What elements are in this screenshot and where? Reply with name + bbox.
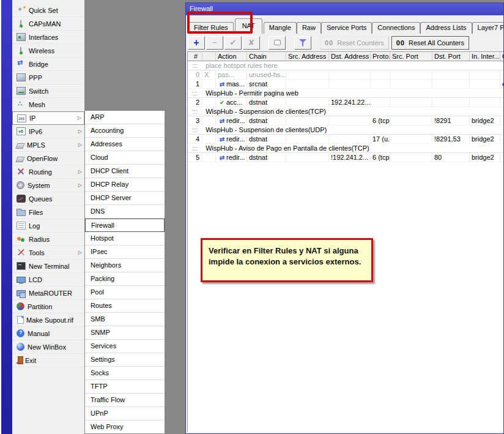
- submenu-item-ipsec[interactable]: IPsec: [85, 245, 165, 259]
- tab-address-lists[interactable]: Address Lists: [420, 22, 472, 34]
- submenu-item-accounting[interactable]: Accounting: [85, 124, 165, 138]
- sidebar-item-queues[interactable]: Queues: [12, 192, 84, 206]
- sidebar-item-log[interactable]: Log: [12, 219, 84, 233]
- add-rule-button[interactable]: +: [188, 36, 205, 50]
- sidebar-item-files[interactable]: Files: [12, 206, 84, 219]
- rule-dst-address: [329, 116, 371, 125]
- sidebar-item-mesh[interactable]: Mesh: [12, 98, 84, 111]
- submenu-item-firewall[interactable]: Firewall: [85, 219, 165, 232]
- sidebar-item-ip[interactable]: IP▷: [12, 111, 84, 125]
- submenu-item-dhcp-relay[interactable]: DHCP Relay: [85, 178, 165, 192]
- nat-rule-row[interactable]: 0Xpas...unused-hs...: [188, 70, 504, 80]
- nat-comment-row[interactable]: :::WispHub - Suspension de clientes(TCP): [188, 107, 504, 116]
- nat-rule-row[interactable]: 3⇄redir...dstnat6 (tcp)!8291bridge2: [188, 116, 504, 125]
- rule-in-interface: [470, 70, 500, 79]
- nat-comment-row[interactable]: :::WispHub - Permitir pagina web: [188, 89, 504, 98]
- tab-service-ports[interactable]: Service Ports: [321, 22, 372, 34]
- submenu-item-tftp[interactable]: TFTP: [85, 380, 165, 394]
- submenu-item-dns[interactable]: DNS: [85, 205, 165, 219]
- sidebar-item-openflow[interactable]: OpenFlow: [12, 152, 84, 165]
- submenu-item-dhcp-server[interactable]: DHCP Server: [85, 192, 165, 205]
- sidebar-item-system[interactable]: System▷: [12, 179, 84, 192]
- submenu-item-hotspot[interactable]: Hotspot: [85, 232, 165, 245]
- rule-src-address: [286, 135, 329, 143]
- nat-rule-row[interactable]: 4⇄redir...dstnat17 (u...!8291,53bridge2: [188, 135, 504, 144]
- submenu-item-traffic-flow[interactable]: Traffic Flow: [85, 394, 165, 407]
- nat-rule-row[interactable]: 1⇄mas...srcnate: [188, 80, 504, 89]
- sidebar-item-radius[interactable]: Radius: [12, 233, 84, 246]
- enable-rule-button[interactable]: ✔: [224, 36, 242, 50]
- submenu-item-settings[interactable]: Settings: [85, 353, 165, 367]
- reset-counters-button[interactable]: 00 Reset Counters: [320, 36, 389, 50]
- comment-button[interactable]: [269, 36, 286, 50]
- rule-src-port: [390, 98, 432, 107]
- nat-comment-row[interactable]: :::WispHub - Aviso de Pago en Pantalla d…: [188, 144, 504, 153]
- rule-dst-port: 80: [432, 153, 470, 162]
- filter-button[interactable]: [294, 36, 311, 50]
- submenu-item-addresses[interactable]: Addresses: [85, 138, 165, 151]
- sidebar-item-make-supout-rif[interactable]: Make Supout.rif: [12, 313, 84, 327]
- nat-comment-row[interactable]: :::place hotspot rules here: [188, 61, 504, 70]
- sidebar-item-partition[interactable]: Partition: [12, 300, 84, 313]
- sidebar-item-lcd[interactable]: LCD: [12, 273, 84, 286]
- sidebar-item-metarouter[interactable]: MetaROUTER: [12, 286, 84, 300]
- submenu-item-web-proxy[interactable]: Web Proxy: [85, 421, 165, 434]
- nat-rule-row[interactable]: 2✔acc...dstnat192.241.22...: [188, 98, 504, 107]
- sidebar-item-interfaces[interactable]: Interfaces: [12, 31, 84, 44]
- interface-card-icon: [17, 33, 26, 41]
- column-header-chain[interactable]: Chain: [247, 52, 286, 61]
- column-header-in-inter[interactable]: In. Inter...: [470, 52, 500, 61]
- sidebar-item-new-winbox[interactable]: New WinBox: [12, 340, 84, 354]
- sidebar-item-bridge[interactable]: Bridge: [12, 58, 84, 71]
- nat-rule-row[interactable]: 5⇄redir...dstnat!192.241.2...6 (tcp)80br…: [188, 153, 504, 162]
- submenu-item-services[interactable]: Services: [85, 340, 165, 353]
- sidebar-item-manual[interactable]: Manual: [12, 327, 84, 340]
- column-header-proto[interactable]: Proto...: [371, 52, 390, 61]
- submenu-item-cloud[interactable]: Cloud: [85, 151, 165, 165]
- sidebar-item-ipv6[interactable]: IPv6▷: [12, 125, 84, 138]
- column-header-src-port[interactable]: Src. Port: [390, 52, 432, 61]
- tab-raw[interactable]: Raw: [297, 22, 321, 34]
- sidebar-item-label: Switch: [29, 88, 48, 95]
- submenu-item-pool[interactable]: Pool: [85, 286, 165, 299]
- submenu-item-routes[interactable]: Routes: [85, 299, 165, 313]
- sidebar-item-label: MetaROUTER: [29, 290, 72, 297]
- sidebar-item-routing[interactable]: Routing▷: [12, 165, 84, 179]
- submenu-item-neighbors[interactable]: Neighbors: [85, 259, 165, 272]
- sidebar-item-new-terminal[interactable]: New Terminal: [12, 260, 84, 273]
- submenu-item-upnp[interactable]: UPnP: [85, 407, 165, 421]
- nat-comment-row[interactable]: :::WispHub - Suspension de clientes(UDP): [188, 125, 504, 135]
- submenu-item-socks[interactable]: Socks: [85, 367, 165, 380]
- sidebar-item-exit[interactable]: Exit: [12, 354, 84, 367]
- submenu-item-packing[interactable]: Packing: [85, 272, 165, 286]
- sidebar-item-switch[interactable]: Switch: [12, 84, 84, 98]
- submenu-item-arp[interactable]: ARP: [85, 111, 165, 124]
- column-header-src-address[interactable]: Src. Address: [286, 52, 329, 61]
- column-header-dst-port[interactable]: Dst. Port: [432, 52, 470, 61]
- redirect-action-icon: ⇄: [218, 135, 226, 143]
- sidebar-item-ppp[interactable]: PPP: [12, 71, 84, 84]
- tab-connections[interactable]: Connections: [372, 22, 420, 34]
- sidebar-item-label: LCD: [29, 276, 42, 283]
- remove-rule-button[interactable]: −: [206, 36, 223, 50]
- column-header-icon[interactable]: [202, 52, 216, 61]
- rule-out-interface: e: [500, 80, 504, 88]
- pie-icon: [17, 302, 24, 310]
- sidebar-item-wireless[interactable]: Wireless: [12, 44, 84, 58]
- column-header-action[interactable]: Action: [216, 52, 247, 61]
- comment-text: place hotspot rules here: [206, 62, 277, 69]
- submenu-item-snmp[interactable]: SNMP: [85, 326, 165, 340]
- column-header-icon[interactable]: #: [188, 52, 202, 61]
- sidebar-item-mpls[interactable]: MPLS▷: [12, 138, 84, 152]
- column-header-o[interactable]: O...: [500, 52, 504, 61]
- submenu-item-smb[interactable]: SMB: [85, 313, 165, 326]
- column-header-dst-address[interactable]: Dst. Address: [329, 52, 371, 61]
- submenu-item-dhcp-client[interactable]: DHCP Client: [85, 165, 165, 178]
- sidebar-item-quick-set[interactable]: Quick Set: [12, 4, 84, 17]
- reset-all-counters-button[interactable]: 00 Reset All Counters: [391, 36, 469, 50]
- sidebar-item-tools[interactable]: Tools▷: [12, 246, 84, 260]
- sidebar-item-capsman[interactable]: CAPsMAN: [12, 17, 84, 31]
- disable-rule-button[interactable]: ✘: [243, 36, 260, 50]
- tab-mangle[interactable]: Mangle: [264, 22, 297, 34]
- tab-layer7-protocols[interactable]: Layer7 Protocols: [472, 22, 504, 34]
